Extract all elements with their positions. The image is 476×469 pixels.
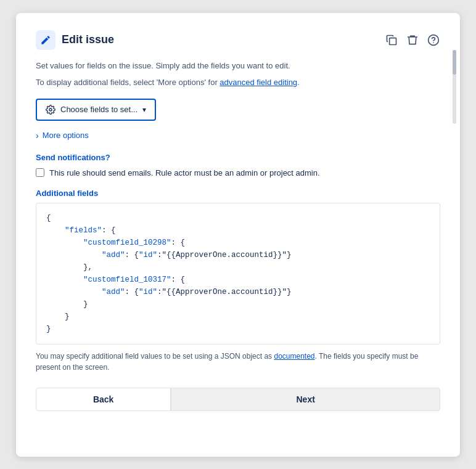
code-line-9: } [46,311,430,323]
code-line-4: "add": {"id":"{{ApproverOne.accountid}}"… [46,249,430,261]
description-2-prefix: To display additional fields, select 'Mo… [36,78,220,87]
back-button[interactable]: Back [36,388,171,411]
code-line-5: }, [46,261,430,274]
modal-header: Edit issue [36,30,440,50]
more-options-label: More options [43,131,89,140]
scrollbar-thumb[interactable] [453,50,456,75]
more-options-toggle[interactable]: › More options [36,131,440,141]
gear-icon [46,105,55,115]
code-line-10: } [46,323,430,335]
code-line-7: "add": {"id":"{{ApproverOne.accountid}}"… [46,286,430,298]
chevron-down-icon: ▾ [142,105,146,114]
checkbox-row: This rule should send emails. Rule actor… [36,167,440,179]
code-line-8: } [46,298,430,311]
description-2: To display additional fields, select 'Mo… [36,76,440,89]
send-emails-checkbox[interactable] [36,168,44,177]
choose-fields-button[interactable]: Choose fields to set... ▾ [36,99,156,121]
modal-title-group: Edit issue [36,30,114,50]
description-2-suffix: . [297,78,300,87]
description-1: Set values for fields on the issue. Simp… [36,60,440,72]
scrollbar-track[interactable] [453,50,456,124]
code-line-3: "customfield_10298": { [46,237,430,249]
helper-text-prefix: You may specify additional field values … [36,352,274,361]
code-line-6: "customfield_10317": { [46,274,430,286]
help-icon[interactable] [427,33,440,47]
copy-icon[interactable] [385,33,398,47]
advanced-field-editing-link[interactable]: advanced field editing [220,78,297,87]
choose-fields-label: Choose fields to set... [60,105,137,114]
chevron-right-icon: › [36,131,39,141]
code-line-2: "fields": { [46,224,430,237]
modal-title: Edit issue [62,33,114,46]
header-icons [385,33,440,47]
helper-text: You may specify additional field values … [36,351,440,373]
send-notifications-section: Send notifications? This rule should sen… [36,153,440,179]
pencil-icon [36,30,55,50]
svg-rect-0 [390,38,396,44]
svg-point-2 [433,42,434,43]
send-notifications-label: Send notifications? [36,153,440,162]
modal-container: Edit issue Set [16,13,460,457]
code-line-1: { [46,212,430,224]
checkbox-label: This rule should send emails. Rule actor… [49,167,320,179]
code-editor[interactable]: { "fields": { "customfield_10298": { "ad… [36,203,440,345]
documented-link[interactable]: documented [274,352,314,361]
next-button[interactable]: Next [171,388,440,411]
additional-fields-label: Additional fields [36,189,440,198]
trash-icon[interactable] [406,33,419,47]
footer-buttons: Back Next [36,388,440,411]
